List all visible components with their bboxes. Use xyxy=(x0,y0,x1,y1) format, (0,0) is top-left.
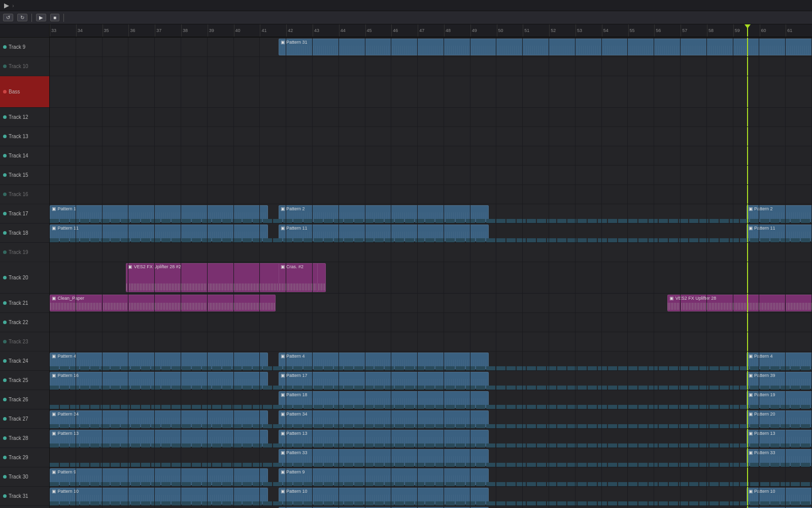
track-item-track23[interactable]: Track 23 xyxy=(0,332,49,352)
grid-row-track21[interactable]: ▣ Clean_Paper▣ VES2 FX Uplifter 28▣ Cras… xyxy=(50,294,812,313)
grid-row-track17[interactable]: ▣ Pattern 1▣ Pattern 2▣ Pattern 2 xyxy=(50,204,812,224)
grid-row-track28[interactable]: ▣ Pattern 13▣ Pattern 13▣ Pattern 13 xyxy=(50,429,812,448)
grid-row-track16[interactable] xyxy=(50,185,812,204)
ruler-mark-48: 48 xyxy=(444,24,470,37)
clip-pattern-31[interactable]: ▣ Pattern 31 xyxy=(279,39,812,55)
play-button[interactable]: ▶ xyxy=(36,14,46,21)
grid-row-track12[interactable] xyxy=(50,108,812,127)
track-item-track19[interactable]: Track 19 xyxy=(0,243,49,262)
track-dot-track13 xyxy=(3,135,7,138)
grid-row-bass[interactable] xyxy=(50,76,812,108)
clip-waveform xyxy=(668,303,812,310)
clip-ves2-fx-uplifter-28[interactable]: ▣ VES2 FX Uplifter 28 xyxy=(667,295,812,311)
clip-label: ▣ Cras. #2 xyxy=(281,264,316,269)
track-dot-track30 xyxy=(3,475,7,479)
playhead-line xyxy=(747,76,748,107)
playhead-line xyxy=(747,166,748,184)
grid-row-track23[interactable] xyxy=(50,332,812,352)
track-dot-track21 xyxy=(3,301,7,305)
grid-row-track29[interactable]: ▣ Pattern 33▣ Pattern 33 xyxy=(50,448,812,467)
clip-label: ▣ Pattern 19 xyxy=(749,392,812,397)
undo-button[interactable]: ↺ xyxy=(3,14,13,21)
grid-area[interactable]: ▣ Pattern 31▣ 3 3 3 3 3 3 3 3 3▣ Pattern… xyxy=(50,38,812,508)
clip-label: ▣ Pattern 9 xyxy=(52,469,266,474)
track-item-track28[interactable]: Track 28 xyxy=(0,429,49,448)
ruler-mark-56: 56 xyxy=(654,24,681,37)
stop-button[interactable]: ■ xyxy=(50,14,59,21)
track-item-track30[interactable]: Track 30 xyxy=(0,467,49,487)
track-item-track13[interactable]: Track 13 xyxy=(0,127,49,146)
grid-row-track15[interactable] xyxy=(50,166,812,185)
playhead-line xyxy=(747,57,748,76)
grid-row-track27[interactable]: ▣ Pattern 34▣ Pattern 34▣ Pattern 20 xyxy=(50,409,812,429)
clip-cras.-#2[interactable]: ▣ Cras. #2 xyxy=(279,263,318,292)
track-name-track9: Track 9 xyxy=(9,44,49,50)
grid-row-track20[interactable]: ▣ VES2 FX Uplifter 28 #2▣ Cras. #2▣ Down… xyxy=(50,262,812,294)
track-item-track32[interactable]: Track 32 xyxy=(0,506,49,508)
grid-row-track24[interactable]: ▣ Pattern 4▣ Pattern 4▣ Pattern 4▣ Patte… xyxy=(50,352,812,371)
track-item-track26[interactable]: Track 26 xyxy=(0,390,49,409)
track-item-track20[interactable]: Track 20 xyxy=(0,262,49,294)
playhead-line xyxy=(747,352,748,370)
track-item-track14[interactable]: Track 14 xyxy=(0,146,49,166)
track-item-track25[interactable]: Track 25 xyxy=(0,371,49,390)
grid-row-track31[interactable]: ▣ Pattern 10▣ Pattern 10▣ Pattern 10 xyxy=(50,487,812,506)
grid-row-track19[interactable] xyxy=(50,243,812,262)
track-item-track31[interactable]: Track 31 xyxy=(0,487,49,506)
clip-label: ▣ Pattern 10 xyxy=(281,489,487,494)
ruler-mark-54: 54 xyxy=(602,24,628,37)
track-item-track16[interactable]: Track 16 xyxy=(0,185,49,204)
grid-row-track14[interactable] xyxy=(50,146,812,166)
track-item-track12[interactable]: Track 12 xyxy=(0,108,49,127)
clip-label: ▣ Pattern 4 xyxy=(749,354,812,359)
grid-row-track22[interactable] xyxy=(50,313,812,332)
clip-waveform xyxy=(50,303,275,310)
clip-label: ▣ Clean_Paper xyxy=(52,296,274,301)
track-item-bass[interactable]: Bass xyxy=(0,76,49,108)
playhead[interactable] xyxy=(747,24,748,37)
clip-label: ▣ Pattern 2 xyxy=(281,206,487,211)
toolbar-separator2 xyxy=(63,14,64,22)
track-dot-track25 xyxy=(3,378,7,382)
ruler-mark-61: 61 xyxy=(786,24,812,37)
clip-clean_paper[interactable]: ▣ Clean_Paper xyxy=(50,295,276,311)
track-name-track25: Track 25 xyxy=(9,377,49,383)
track-item-track10[interactable]: Track 10 xyxy=(0,57,49,76)
ruler-mark-42: 42 xyxy=(286,24,313,37)
grid-row-track13[interactable] xyxy=(50,127,812,146)
playhead-line xyxy=(747,262,748,293)
clip-label: ▣ Pattern 11 xyxy=(281,226,487,231)
track-item-track24[interactable]: Track 24 xyxy=(0,352,49,371)
ruler-mark-38: 38 xyxy=(181,24,208,37)
track-item-track21[interactable]: Track 21 xyxy=(0,294,49,313)
track-subpattern xyxy=(50,366,812,370)
redo-button[interactable]: ↻ xyxy=(17,14,27,21)
clip-label: ▣ Pattern 2 xyxy=(749,206,812,211)
track-item-track27[interactable]: Track 27 xyxy=(0,409,49,429)
clip-label: ▣ Pattern 13 xyxy=(281,431,487,436)
grid-row-track32[interactable]: ▣ Pattern 37▣ Pattern 37 xyxy=(50,506,812,508)
clip-label: ▣ Pattern 18 xyxy=(281,392,487,397)
track-item-track29[interactable]: Track 29 xyxy=(0,448,49,467)
ruler-mark-53: 53 xyxy=(576,24,602,37)
main-area: Track 9Track 10BassTrack 12Track 13Track… xyxy=(0,24,812,508)
track-name-track23: Track 23 xyxy=(9,339,49,344)
track-item-track22[interactable]: Track 22 xyxy=(0,313,49,332)
track-item-track15[interactable]: Track 15 xyxy=(0,166,49,185)
track-item-track18[interactable]: Track 18 xyxy=(0,224,49,243)
grid-row-track18[interactable]: ▣ Pattern 11▣ Pattern 11▣ Pattern 11 xyxy=(50,224,812,243)
track-item-track9[interactable]: Track 9 xyxy=(0,38,49,57)
ruler-mark-36: 36 xyxy=(128,24,155,37)
grid-row-track30[interactable]: ▣ Pattern 9▣ Pattern 9▣ Patt. 59▣ Patt. … xyxy=(50,467,812,487)
track-dot-bass xyxy=(3,90,7,93)
grid-row-track26[interactable]: ▣ Pattern 18▣ Pattern 19▣ Pattern 48 xyxy=(50,390,812,409)
playhead-line xyxy=(747,108,748,126)
grid-row-track25[interactable]: ▣ Pattern 16▣ Pattern 17▣ Pattern 39▣ Pa… xyxy=(50,371,812,390)
grid-row-track10[interactable] xyxy=(50,57,812,76)
clip-label: ▣ Pattern 16 xyxy=(52,373,266,378)
track-item-track17[interactable]: Track 17 xyxy=(0,204,49,224)
grid-row-track9[interactable]: ▣ Pattern 31▣ 3 3 3 3 3 3 3 3 3 xyxy=(50,38,812,57)
playhead-triangle xyxy=(745,24,751,28)
ruler-mark-52: 52 xyxy=(549,24,576,37)
track-name-track14: Track 14 xyxy=(9,153,49,158)
